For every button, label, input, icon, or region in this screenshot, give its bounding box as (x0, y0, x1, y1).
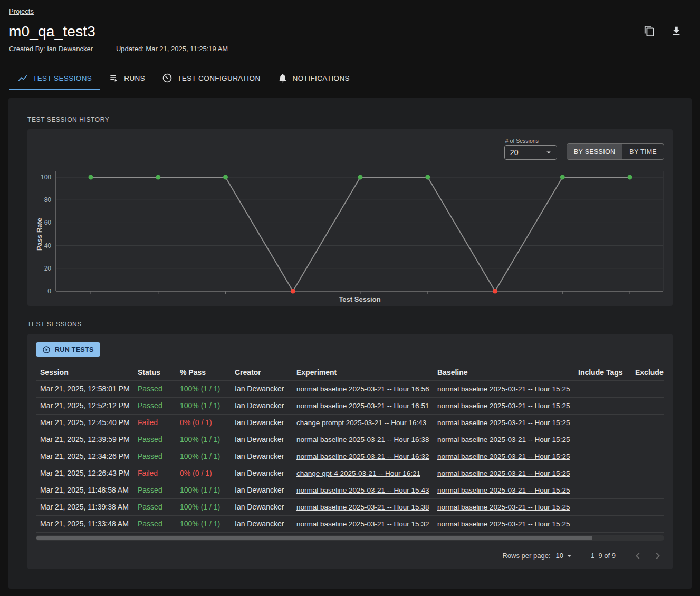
cell-baseline-link[interactable]: normal baseline 2025-03-21 -- Hour 15:25 (437, 469, 570, 477)
cell-creator: Ian Dewancker (231, 448, 292, 465)
cell-creator: Ian Dewancker (231, 431, 292, 448)
runs-icon (109, 73, 119, 83)
cell-experiment: normal baseline 2025-03-21 -- Hour 15:32 (292, 515, 433, 532)
cell-creator: Ian Dewancker (231, 465, 292, 482)
cell-baseline: normal baseline 2025-03-21 -- Hour 15:25 (433, 414, 574, 431)
cell-status: Failed (133, 414, 176, 431)
next-page-button[interactable] (651, 550, 664, 562)
cell-status: Failed (133, 465, 176, 482)
num-sessions-select[interactable]: 20 (504, 145, 557, 160)
scrollbar-thumb[interactable] (36, 536, 592, 540)
tab-runs[interactable]: RUNS (100, 66, 154, 90)
cell-creator: Ian Dewancker (231, 498, 292, 515)
cell-include-tags (574, 431, 631, 448)
sessions-section-label: TEST SESSIONS (27, 321, 673, 328)
rows-per-page-select[interactable]: 10 (556, 551, 574, 561)
bell-icon (277, 73, 288, 83)
cell-baseline: normal baseline 2025-03-21 -- Hour 15:25 (433, 482, 574, 498)
cell-baseline-link[interactable]: normal baseline 2025-03-21 -- Hour 15:25 (437, 402, 570, 410)
cell-session: Mar 21, 2025, 12:45:40 PM (36, 414, 133, 431)
cell-baseline: normal baseline 2025-03-21 -- Hour 15:25 (433, 397, 574, 414)
cell-baseline-link[interactable]: normal baseline 2025-03-21 -- Hour 15:25 (437, 503, 570, 511)
cell-status: Passed (133, 380, 176, 397)
cell-experiment-link[interactable]: change gpt-4 2025-03-21 -- Hour 16:21 (296, 469, 420, 477)
table-header-row: SessionStatus% PassCreatorExperimentBase… (36, 365, 664, 380)
updated-text: Updated: Mar 21, 2025, 11:25:19 AM (116, 45, 228, 53)
download-button[interactable] (670, 25, 683, 38)
cell-exclude-tags (631, 482, 664, 498)
cell-baseline: normal baseline 2025-03-21 -- Hour 15:25 (433, 515, 574, 532)
svg-text:Pass Rate: Pass Rate (36, 218, 43, 251)
cell-experiment-link[interactable]: normal baseline 2025-03-21 -- Hour 16:38 (296, 436, 429, 444)
cell-baseline: normal baseline 2025-03-21 -- Hour 15:25 (433, 448, 574, 465)
table-row: Mar 21, 2025, 12:45:40 PMFailed0% (0 / 1… (36, 414, 664, 431)
svg-text:40: 40 (44, 242, 52, 249)
cell-baseline-link[interactable]: normal baseline 2025-03-21 -- Hour 15:25 (437, 486, 570, 494)
svg-text:0: 0 (47, 287, 51, 295)
column-header: Status (133, 365, 176, 380)
cell-baseline-link[interactable]: normal baseline 2025-03-21 -- Hour 15:25 (437, 453, 570, 460)
cell-experiment-link[interactable]: normal baseline 2025-03-21 -- Hour 15:32 (296, 520, 429, 528)
cell-experiment-link[interactable]: normal baseline 2025-03-21 -- Hour 15:43 (296, 486, 429, 494)
cell-status: Passed (133, 448, 176, 465)
table-row: Mar 21, 2025, 12:26:43 PMFailed0% (0 / 1… (36, 465, 664, 482)
cell-session: Mar 21, 2025, 12:58:01 PM (36, 380, 133, 397)
cell-exclude-tags (631, 515, 664, 532)
cell-baseline-link[interactable]: normal baseline 2025-03-21 -- Hour 15:25 (437, 436, 570, 444)
cell-include-tags (574, 482, 631, 498)
cell-baseline-link[interactable]: normal baseline 2025-03-21 -- Hour 15:25 (437, 520, 570, 528)
by-time-toggle[interactable]: BY TIME (622, 144, 664, 159)
breadcrumb[interactable]: Projects (9, 7, 34, 15)
copy-button[interactable] (643, 25, 656, 38)
cell-pass-rate: 0% (0 / 1) (176, 465, 231, 482)
tab-test-sessions[interactable]: TEST SESSIONS (9, 66, 100, 90)
cell-baseline-link[interactable]: normal baseline 2025-03-21 -- Hour 15:25 (437, 385, 570, 393)
sessions-table: SessionStatus% PassCreatorExperimentBase… (36, 365, 664, 533)
header-actions (643, 25, 683, 38)
copy-icon (644, 25, 655, 37)
run-tests-button[interactable]: RUN TESTS (36, 342, 100, 357)
cell-experiment: change gpt-4 2025-03-21 -- Hour 16:21 (292, 465, 433, 482)
horizontal-scrollbar[interactable] (36, 535, 664, 541)
sessions-table-body: Mar 21, 2025, 12:58:01 PMPassed100% (1 /… (36, 380, 664, 532)
cell-experiment-link[interactable]: normal baseline 2025-03-21 -- Hour 16:56 (296, 385, 429, 393)
by-session-toggle[interactable]: BY SESSION (567, 144, 622, 159)
cell-baseline: normal baseline 2025-03-21 -- Hour 15:25 (433, 380, 574, 397)
cell-experiment-link[interactable]: change prompt 2025-03-21 -- Hour 16:43 (296, 419, 426, 427)
tab-notifications[interactable]: NOTIFICATIONS (269, 66, 358, 90)
cell-session: Mar 21, 2025, 12:39:59 PM (36, 431, 133, 448)
cell-include-tags (574, 515, 631, 532)
svg-text:20: 20 (44, 265, 52, 272)
cell-experiment: normal baseline 2025-03-21 -- Hour 15:38 (292, 498, 433, 515)
sessions-table-wrap: SessionStatus% PassCreatorExperimentBase… (36, 365, 664, 533)
cell-status: Passed (133, 482, 176, 498)
cell-pass-rate: 100% (1 / 1) (176, 431, 231, 448)
svg-text:60: 60 (44, 219, 52, 226)
cell-baseline: normal baseline 2025-03-21 -- Hour 15:25 (433, 465, 574, 482)
download-icon (670, 25, 682, 37)
cell-baseline-link[interactable]: normal baseline 2025-03-21 -- Hour 15:25 (437, 419, 570, 427)
cell-exclude-tags (631, 431, 664, 448)
chart-panel: # of Sessions 20 BY SESSION BY TIME 0204… (27, 129, 673, 306)
cell-experiment-link[interactable]: normal baseline 2025-03-21 -- Hour 16:32 (296, 453, 429, 460)
previous-page-button[interactable] (631, 550, 644, 562)
page-title: m0_qa_test3 (9, 23, 95, 40)
cell-session: Mar 21, 2025, 12:26:43 PM (36, 465, 133, 482)
column-header: % Pass (176, 365, 231, 380)
num-sessions-value: 20 (510, 148, 519, 157)
cell-status: Passed (133, 498, 176, 515)
tab-bar: TEST SESSIONS RUNS TEST CONFIGURATION NO… (9, 66, 691, 90)
title-row: m0_qa_test3 (9, 23, 691, 40)
cell-pass-rate: 100% (1 / 1) (176, 397, 231, 414)
cell-experiment-link[interactable]: normal baseline 2025-03-21 -- Hour 16:51 (296, 402, 429, 410)
cell-experiment-link[interactable]: normal baseline 2025-03-21 -- Hour 15:38 (296, 503, 429, 511)
cell-creator: Ian Dewancker (231, 515, 292, 532)
run-tests-label: RUN TESTS (55, 346, 94, 353)
cell-exclude-tags (631, 397, 664, 414)
cell-creator: Ian Dewancker (231, 380, 292, 397)
tab-label: TEST SESSIONS (33, 74, 92, 82)
tab-test-configuration[interactable]: TEST CONFIGURATION (154, 66, 269, 90)
cell-include-tags (574, 448, 631, 465)
created-by-text: Created By: Ian Dewancker (9, 45, 93, 53)
table-row: Mar 21, 2025, 11:39:38 AMPassed100% (1 /… (36, 498, 664, 515)
